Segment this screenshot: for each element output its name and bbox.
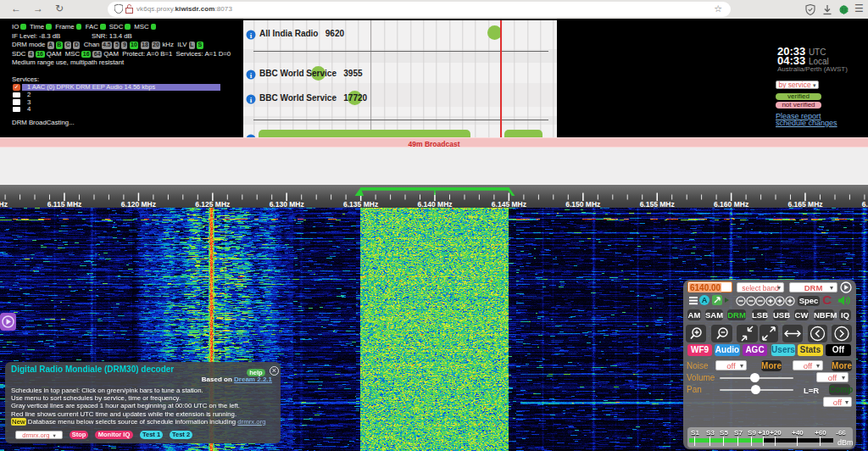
svg-text:6.145 MHz: 6.145 MHz bbox=[492, 200, 526, 209]
svg-text:6.110 MHz: 6.110 MHz bbox=[0, 200, 8, 209]
svg-text:6.125 MHz: 6.125 MHz bbox=[195, 200, 230, 209]
svg-text:6.120 MHz: 6.120 MHz bbox=[121, 200, 156, 209]
svg-text:6.155 MHz: 6.155 MHz bbox=[640, 200, 675, 209]
svg-text:6.150 MHz: 6.150 MHz bbox=[565, 200, 600, 209]
svg-text:6.135 MHz: 6.135 MHz bbox=[343, 200, 378, 209]
svg-text:6.170 MHz: 6.170 MHz bbox=[862, 200, 868, 209]
svg-text:6.130 MHz: 6.130 MHz bbox=[270, 200, 304, 209]
svg-text:6.160 MHz: 6.160 MHz bbox=[714, 200, 748, 209]
svg-text:6.140 MHz: 6.140 MHz bbox=[417, 200, 452, 209]
svg-text:6.165 MHz: 6.165 MHz bbox=[787, 200, 822, 209]
svg-text:6.115 MHz: 6.115 MHz bbox=[47, 200, 82, 209]
